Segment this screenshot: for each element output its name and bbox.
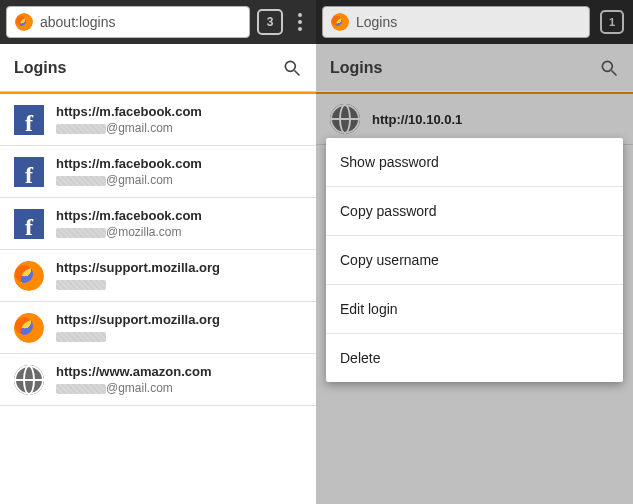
login-item[interactable]: f https://m.facebook.com @gmail.com xyxy=(0,94,316,146)
firefox-icon xyxy=(15,13,33,31)
login-item[interactable]: https://www.amazon.com @gmail.com xyxy=(0,354,316,406)
facebook-icon: f xyxy=(14,105,44,135)
pane-right: Logins Logins http://10.10.0.1 Show pass… xyxy=(316,0,633,504)
redacted-text xyxy=(56,176,106,186)
facebook-icon: f xyxy=(14,157,44,187)
redacted-text xyxy=(56,332,106,342)
search-icon[interactable] xyxy=(282,58,302,78)
login-site: https://www.amazon.com xyxy=(56,364,212,379)
login-username xyxy=(56,329,220,343)
menu-copy-password[interactable]: Copy password xyxy=(326,187,623,236)
tab-count-button[interactable] xyxy=(597,7,627,37)
svg-point-2 xyxy=(602,61,612,71)
login-username: @gmail.com xyxy=(56,121,202,135)
url-bar[interactable]: Logins xyxy=(322,6,590,38)
redacted-text xyxy=(56,124,106,134)
login-username: @mozilla.com xyxy=(56,225,202,239)
url-text: about:logins xyxy=(40,14,116,30)
search-icon[interactable] xyxy=(599,58,619,78)
browser-top-bar: about:logins 3 xyxy=(0,0,316,44)
overflow-menu-icon[interactable] xyxy=(290,13,310,31)
globe-icon xyxy=(330,104,360,134)
tab-count-icon xyxy=(600,10,624,34)
login-site: http://10.10.0.1 xyxy=(372,112,462,127)
page-title: Logins xyxy=(330,59,382,77)
logins-header: Logins xyxy=(316,44,633,92)
redacted-text xyxy=(56,228,106,238)
globe-icon xyxy=(14,365,44,395)
login-item[interactable]: f https://m.facebook.com @mozilla.com xyxy=(0,198,316,250)
browser-top-bar: Logins xyxy=(316,0,633,44)
page-title: Logins xyxy=(14,59,66,77)
menu-edit-login[interactable]: Edit login xyxy=(326,285,623,334)
login-site: https://support.mozilla.org xyxy=(56,312,220,327)
login-username xyxy=(56,277,220,291)
menu-copy-username[interactable]: Copy username xyxy=(326,236,623,285)
tab-count-button[interactable]: 3 xyxy=(257,9,283,35)
pane-left: about:logins 3 Logins f https://m.facebo… xyxy=(0,0,316,504)
login-site: https://m.facebook.com xyxy=(56,156,202,171)
url-bar[interactable]: about:logins xyxy=(6,6,250,38)
redacted-text xyxy=(56,384,106,394)
menu-show-password[interactable]: Show password xyxy=(326,138,623,187)
login-site: https://support.mozilla.org xyxy=(56,260,220,275)
facebook-icon: f xyxy=(14,209,44,239)
login-site: https://m.facebook.com xyxy=(56,104,202,119)
svg-point-0 xyxy=(285,61,295,71)
url-text: Logins xyxy=(356,14,397,30)
login-item[interactable]: https://support.mozilla.org xyxy=(0,302,316,354)
login-item[interactable]: https://support.mozilla.org xyxy=(0,250,316,302)
context-menu: Show password Copy password Copy usernam… xyxy=(326,138,623,382)
login-username: @gmail.com xyxy=(56,173,202,187)
menu-delete[interactable]: Delete xyxy=(326,334,623,382)
svg-line-1 xyxy=(295,70,300,75)
logins-header: Logins xyxy=(0,44,316,92)
firefox-icon xyxy=(14,261,44,291)
login-list: f https://m.facebook.com @gmail.com f ht… xyxy=(0,94,316,406)
firefox-icon xyxy=(331,13,349,31)
svg-line-3 xyxy=(612,70,617,75)
firefox-icon xyxy=(14,313,44,343)
login-username: @gmail.com xyxy=(56,381,212,395)
login-site: https://m.facebook.com xyxy=(56,208,202,223)
redacted-text xyxy=(56,280,106,290)
login-item[interactable]: f https://m.facebook.com @gmail.com xyxy=(0,146,316,198)
